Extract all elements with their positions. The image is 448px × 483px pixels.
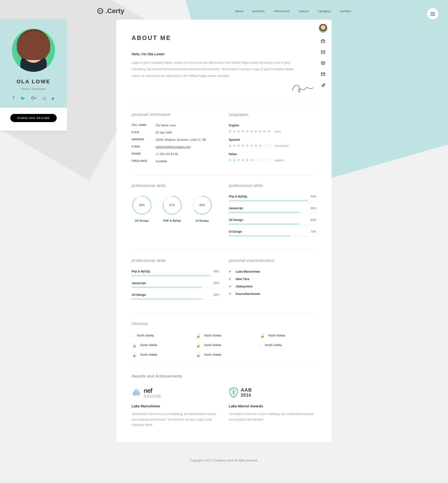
- interest-item: 🍃North Adella: [260, 333, 316, 338]
- interest-item: ♪North Adella: [260, 343, 316, 348]
- page-title: ABOUT ME: [132, 34, 316, 41]
- nav-portfolio[interactable]: portfolio: [253, 9, 265, 13]
- envelope-icon[interactable]: [321, 72, 326, 77]
- language-item: Englishnative: [229, 124, 316, 133]
- instagram-icon[interactable]: ◻: [43, 96, 46, 101]
- quote-icon[interactable]: [321, 61, 326, 65]
- info-row: E-MAILrobertsmith@company.com: [132, 145, 219, 149]
- info-row: PHONE+1 256 254 84 56: [132, 153, 219, 156]
- profile-role: Florist | Decorator: [5, 87, 62, 91]
- circle-skill: 90%UX Design: [132, 195, 152, 222]
- circle-skill: 81%PHP & MySql: [162, 195, 182, 222]
- characteristic-item: New Tara: [229, 277, 316, 281]
- main-nav: aboutportfolioreferencessearchcategoryco…: [235, 9, 351, 13]
- svg-rect-3: [321, 62, 325, 64]
- award-item: AAB2016Lake Marcel AwardsYour brand is t…: [229, 385, 316, 428]
- download-resume-button[interactable]: DOWNLOAD RESUME: [10, 114, 56, 122]
- rail-avatar-icon[interactable]: [319, 24, 327, 32]
- award-item: nefeconomics as if peopleand the planet …: [132, 385, 219, 428]
- circle-skill: 66%UI Design: [192, 195, 213, 222]
- characteristics-heading: personal characteristics: [229, 258, 316, 263]
- leaf-icon: 🍃: [196, 343, 201, 348]
- interest-item: 🍃North Adella: [132, 352, 188, 357]
- interest-item: 🍃North Adella: [196, 352, 252, 357]
- svg-point-12: [134, 389, 139, 394]
- info-row: FREELANCEAvailable: [132, 160, 219, 163]
- personal-heading: personal information: [132, 112, 219, 117]
- leaf-icon: 🍃: [196, 333, 201, 338]
- brand-name: .Certy: [105, 7, 124, 15]
- info-row: D.O.B.05 Sep 1986: [132, 131, 219, 134]
- bar-skill: UX Design80%: [132, 293, 219, 300]
- music-icon: ♪: [132, 333, 134, 338]
- language-item: Italianbegginer: [229, 153, 316, 161]
- language-item: Spanishintermediate: [229, 138, 316, 147]
- bar-skill: UX Design80%: [229, 218, 316, 225]
- interest-item: 🍃North Adella: [132, 343, 188, 348]
- interest-item: ♪North Adella: [132, 333, 188, 338]
- leaf-icon: 🍃: [260, 333, 265, 338]
- page-footer: Copyright © 2017.Company name All rights…: [0, 452, 448, 474]
- profile-card: OLA LOWE Florist | Decorator f 🐦 G+ ◻ 𝒑 …: [0, 19, 67, 131]
- nav-search[interactable]: search: [299, 9, 309, 13]
- pinterest-icon[interactable]: 𝒑: [52, 96, 54, 101]
- bar-skills-b-heading: professional skills: [132, 258, 219, 263]
- interest-item: 🍃North Adella: [196, 333, 252, 338]
- twitter-icon[interactable]: 🐦: [20, 96, 25, 101]
- leaf-icon: 🍃: [132, 343, 137, 348]
- mail-check-icon[interactable]: [321, 50, 326, 55]
- nav-contact[interactable]: contact: [340, 9, 351, 13]
- characteristic-item: Abbeyshire: [229, 285, 316, 288]
- bar-skill: Php & MySQL90%: [229, 195, 316, 201]
- characteristic-item: Lake Marcelview: [229, 270, 316, 273]
- interest-item: 🍃North Adella: [196, 343, 252, 348]
- bar-skills-a-heading: professional skills: [229, 183, 316, 188]
- social-links: f 🐦 G+ ◻ 𝒑: [5, 96, 62, 101]
- brand-logo[interactable]: .Certy: [97, 7, 124, 15]
- email-link[interactable]: robertsmith@company.com: [156, 145, 191, 149]
- intro-body: Logo or your Company Name, unless of cou…: [132, 59, 304, 79]
- profile-name: OLA LOWE: [5, 79, 62, 85]
- bar-skill: Javascript80%: [132, 282, 219, 288]
- briefcase-icon[interactable]: [321, 39, 326, 44]
- avatar: [12, 29, 55, 72]
- intro-greeting: Helo, I'm Ola Lowe!: [132, 52, 316, 56]
- nav-about[interactable]: about: [235, 9, 243, 13]
- nav-references[interactable]: references: [274, 9, 289, 13]
- bar-skill: UI Design70%: [229, 230, 316, 236]
- circle-skills-heading: professional skills: [132, 183, 219, 188]
- award-logo: nefeconomics as if peopleand the planet …: [132, 385, 219, 400]
- hamburger-menu-button[interactable]: [427, 8, 439, 20]
- leaf-icon: 🍃: [132, 352, 137, 357]
- content-card: ABOUT ME Helo, I'm Ola Lowe! Logo or you…: [116, 20, 332, 442]
- info-row: ADDRESS24058, Belgium, Brussels, Liutte …: [132, 138, 219, 141]
- section-rail: [319, 24, 327, 88]
- bar-skill: Php & MySQL90%: [132, 270, 219, 276]
- nav-category[interactable]: category: [318, 9, 331, 13]
- signature: [132, 80, 316, 96]
- facebook-icon[interactable]: f: [13, 96, 14, 101]
- interests-heading: interests: [132, 322, 316, 326]
- leaf-icon: 🍃: [196, 352, 201, 357]
- award-logo: AAB2016: [229, 385, 316, 400]
- svg-rect-1: [321, 40, 325, 43]
- googleplus-icon[interactable]: G+: [31, 96, 37, 101]
- characteristic-item: Kassulkechester: [229, 292, 316, 296]
- music-icon: ♪: [260, 343, 262, 347]
- awards-heading: Awards and Achievements: [132, 374, 316, 379]
- languages-heading: languages: [229, 112, 316, 117]
- feather-icon[interactable]: [321, 83, 326, 88]
- info-row: FULL NAMEOla Maria Lowe: [132, 124, 219, 127]
- bar-skill: Javascript80%: [229, 207, 316, 213]
